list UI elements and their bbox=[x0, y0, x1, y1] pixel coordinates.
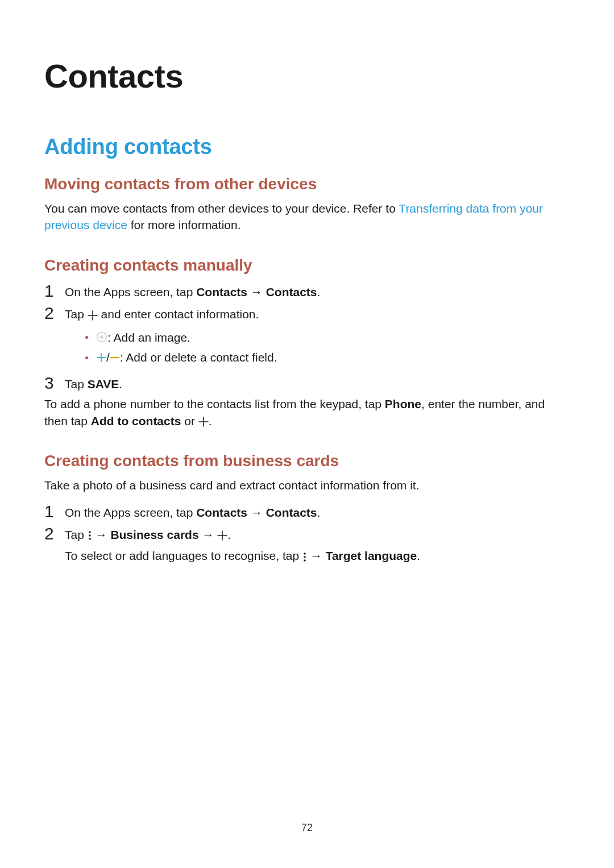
bold-text: Business cards bbox=[110, 528, 198, 541]
text: Tap bbox=[65, 528, 88, 541]
circled-plus-icon bbox=[96, 331, 107, 343]
plus-icon bbox=[88, 310, 98, 321]
section-title: Adding contacts bbox=[44, 135, 570, 159]
paragraph: You can move contacts from other devices… bbox=[44, 200, 570, 234]
step-body: Tap SAVE. bbox=[65, 373, 570, 392]
minus-icon bbox=[110, 352, 120, 363]
svg-point-4 bbox=[304, 553, 306, 555]
paragraph: Take a photo of a business card and extr… bbox=[44, 477, 570, 493]
plus-icon bbox=[96, 352, 106, 363]
text: To add a phone number to the contacts li… bbox=[44, 397, 385, 410]
bold-text: Phone bbox=[385, 397, 421, 410]
list-item: 3 Tap SAVE. bbox=[44, 373, 570, 392]
bold-text: Contacts bbox=[196, 285, 247, 298]
bold-text: Add to contacts bbox=[91, 414, 181, 427]
bold-text: SAVE bbox=[88, 377, 119, 391]
step-number: 2 bbox=[44, 304, 65, 322]
list-item: 2 Tap → Business cards → . To select or … bbox=[44, 524, 570, 564]
subsection-moving-contacts: Moving contacts from other devices You c… bbox=[44, 175, 570, 234]
list-item: 1 On the Apps screen, tap Contacts → Con… bbox=[44, 502, 570, 521]
text: You can move contacts from other devices… bbox=[44, 202, 399, 215]
text: . bbox=[227, 528, 231, 541]
bullet-dot bbox=[85, 356, 88, 359]
step-number: 1 bbox=[44, 281, 65, 300]
plus-icon bbox=[198, 417, 209, 427]
text: and enter contact information. bbox=[101, 308, 259, 321]
bullet-list: : Add an image. / : Add or delete bbox=[85, 327, 570, 368]
step-body: On the Apps screen, tap Contacts → Conta… bbox=[65, 502, 570, 521]
svg-point-1 bbox=[89, 531, 91, 534]
plus-icon bbox=[217, 530, 227, 541]
text: . bbox=[317, 506, 321, 519]
bold-text: Contacts bbox=[196, 506, 247, 519]
arrow: → bbox=[247, 506, 266, 519]
bold-text: Contacts bbox=[266, 506, 317, 519]
text: . bbox=[209, 414, 212, 427]
more-options-icon bbox=[302, 552, 307, 562]
subsection-heading: Creating contacts from business cards bbox=[44, 452, 570, 470]
ordered-list: 1 On the Apps screen, tap Contacts → Con… bbox=[44, 281, 570, 393]
subsection-heading: Moving contacts from other devices bbox=[44, 175, 570, 193]
text: On the Apps screen, tap bbox=[65, 285, 196, 298]
svg-point-3 bbox=[89, 538, 91, 541]
text: . bbox=[119, 377, 122, 391]
arrow: → bbox=[199, 528, 218, 541]
text: Tap bbox=[65, 308, 88, 321]
document-page: Contacts Adding contacts Moving contacts… bbox=[0, 0, 614, 868]
paragraph: To add a phone number to the contacts li… bbox=[44, 396, 570, 429]
chapter-title: Contacts bbox=[44, 57, 570, 95]
svg-point-2 bbox=[89, 535, 91, 537]
bullet-item: : Add an image. bbox=[85, 327, 570, 348]
text: : Add or delete a contact field. bbox=[120, 347, 277, 368]
text: On the Apps screen, tap bbox=[65, 506, 196, 519]
text: or bbox=[181, 414, 198, 427]
text: . bbox=[317, 285, 321, 298]
more-options-icon bbox=[88, 530, 92, 541]
subsection-heading: Creating contacts manually bbox=[44, 256, 570, 275]
bold-text: Target language bbox=[326, 549, 417, 562]
page-number: 72 bbox=[0, 822, 614, 834]
arrow: → bbox=[307, 549, 326, 562]
step-number: 3 bbox=[44, 373, 65, 392]
subsection-business-cards: Creating contacts from business cards Ta… bbox=[44, 452, 570, 564]
text: for more information. bbox=[127, 218, 241, 231]
arrow: → bbox=[92, 528, 111, 541]
list-item: 1 On the Apps screen, tap Contacts → Con… bbox=[44, 281, 570, 300]
ordered-list: 1 On the Apps screen, tap Contacts → Con… bbox=[44, 502, 570, 564]
svg-point-6 bbox=[304, 559, 306, 562]
step-body: Tap → Business cards → . To select or ad… bbox=[65, 524, 570, 564]
text: Tap bbox=[65, 377, 88, 391]
subsection-creating-manually: Creating contacts manually 1 On the Apps… bbox=[44, 256, 570, 429]
bold-text: Contacts bbox=[266, 285, 317, 298]
text: To select or add languages to recognise,… bbox=[65, 549, 302, 562]
svg-point-5 bbox=[304, 556, 306, 558]
list-item: 2 Tap and enter contact information. bbox=[44, 304, 570, 370]
step-number: 1 bbox=[44, 502, 65, 521]
step-body: Tap and enter contact information. : Add… bbox=[65, 304, 570, 370]
bullet-item: / : Add or delete a contact field. bbox=[85, 347, 570, 368]
text: : Add an image. bbox=[107, 327, 190, 348]
arrow: → bbox=[247, 285, 266, 298]
text: . bbox=[417, 549, 420, 562]
step-body: On the Apps screen, tap Contacts → Conta… bbox=[65, 281, 570, 300]
step-number: 2 bbox=[44, 524, 65, 543]
bullet-dot bbox=[85, 336, 88, 339]
